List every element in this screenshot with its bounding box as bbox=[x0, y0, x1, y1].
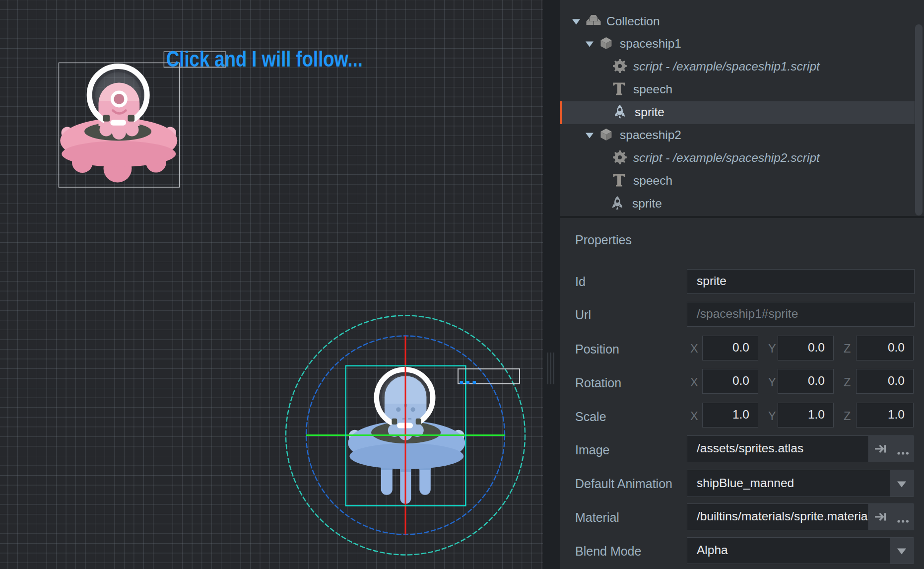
svg-text:Click and I will follow...: Click and I will follow... bbox=[166, 47, 363, 71]
